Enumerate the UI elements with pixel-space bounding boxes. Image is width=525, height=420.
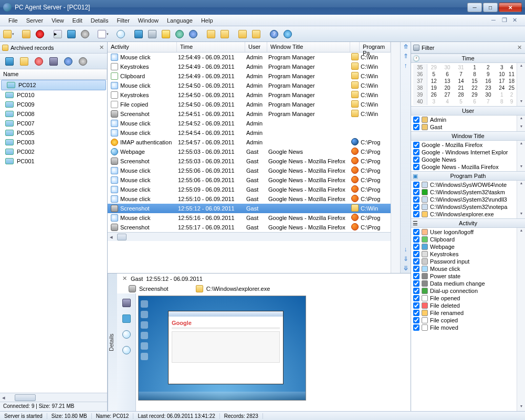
filter-item[interactable]: Dial-up connection (411, 287, 517, 295)
col-name[interactable]: Name (0, 69, 107, 79)
tb-folder2[interactable] (218, 28, 231, 40)
activity-row[interactable]: File copied12:54:50 - 06.09.2011AdminPro… (108, 100, 391, 109)
details-close[interactable]: ✕ (120, 275, 128, 282)
filter-item[interactable]: File deleted (411, 302, 517, 309)
activity-row[interactable]: Mouse click12:55:16 - 06.09.2011GastGoog… (108, 213, 391, 223)
tb-pause[interactable] (187, 28, 200, 40)
filter-item[interactable]: Google News - Mozilla Firefox (411, 163, 517, 171)
h-scrollbar[interactable]: ◂ (0, 393, 107, 402)
filter-item[interactable]: User logon/logoff (411, 228, 517, 236)
tb-filter[interactable] (146, 28, 159, 40)
filter-checkbox[interactable] (413, 189, 419, 195)
filter-item[interactable]: C:\Windows\System32\notepa (411, 203, 517, 211)
lt-settings[interactable] (77, 55, 89, 68)
filter-item[interactable]: Google - Mozilla Firefox (411, 141, 517, 149)
lt-pc[interactable] (3, 55, 16, 68)
filter-item[interactable]: File opened (411, 295, 517, 302)
filter-item[interactable]: Webpage (411, 243, 517, 250)
pc-item[interactable]: PC009 (0, 100, 107, 109)
tb-search[interactable] (114, 28, 127, 40)
filter-checkbox[interactable] (413, 317, 419, 323)
activity-row[interactable]: Keystrokes12:54:49 - 06.09.2011AdminProg… (108, 62, 391, 71)
lt-folder[interactable] (18, 55, 30, 68)
nav-down[interactable]: ↓ (404, 246, 407, 253)
tb-stop[interactable] (34, 28, 46, 40)
pc-item[interactable]: PC008 (0, 109, 107, 119)
filter-item[interactable]: C:\Windows\SysWOW64\note (411, 181, 517, 188)
dt-save[interactable] (120, 297, 133, 309)
activity-row[interactable]: Mouse click12:55:09 - 06.09.2011GastGoog… (108, 185, 391, 194)
filter-checkbox[interactable] (413, 196, 419, 203)
filter-item[interactable]: Google News (411, 156, 517, 163)
filter-item[interactable]: Gast (411, 123, 517, 131)
pc-item[interactable]: PC005 (0, 128, 107, 138)
filter-checkbox[interactable] (413, 295, 419, 301)
menu-filter[interactable]: Filter (112, 16, 133, 25)
tb-connect[interactable] (20, 28, 33, 40)
filter-checkbox[interactable] (413, 251, 419, 257)
filter-checkbox[interactable] (413, 310, 419, 316)
filter-item[interactable]: File renamed (411, 309, 517, 317)
menu-help[interactable]: Help (197, 16, 217, 25)
activity-row[interactable]: Mouse click12:54:52 - 06.09.2011Admin (108, 119, 391, 128)
filter-checkbox[interactable] (413, 258, 419, 265)
nav-last[interactable]: ⤋ (403, 265, 408, 272)
dt-zoomin[interactable] (120, 328, 133, 341)
tb-folder4[interactable] (250, 28, 262, 40)
activity-row[interactable]: Clipboard12:54:49 - 06.09.2011AdminProgr… (108, 71, 391, 81)
tb-help[interactable]: ? (268, 28, 280, 40)
mdi-restore[interactable]: ❐ (498, 15, 506, 25)
lt-refresh[interactable] (62, 55, 75, 68)
activity-row[interactable]: Mouse click12:55:06 - 06.09.2011GastGoog… (108, 166, 391, 175)
activity-row[interactable]: Mouse click12:54:49 - 06.09.2011AdminPro… (108, 52, 391, 62)
menu-view[interactable]: View (47, 16, 68, 25)
filter-item[interactable]: Password input (411, 258, 517, 265)
activity-row[interactable]: Mouse click12:55:10 - 06.09.2011GastGoog… (108, 194, 391, 204)
filter-checkbox[interactable] (413, 244, 419, 250)
filter-item[interactable]: Google - Windows Internet Explor (411, 149, 517, 156)
pc-item[interactable]: PC007 (0, 119, 107, 128)
filter-item[interactable]: File moved (411, 324, 517, 331)
menu-window[interactable]: Window (134, 16, 163, 25)
nav-first[interactable]: ⤊ (403, 43, 408, 50)
tb-folder1[interactable] (205, 28, 217, 40)
filter-checkbox[interactable] (413, 266, 419, 272)
tb-settings[interactable] (79, 28, 91, 40)
filter-item[interactable]: C:\Windows\System32\rundll3 (411, 196, 517, 203)
activity-row[interactable]: Mouse click12:54:54 - 06.09.2011Admin (108, 128, 391, 138)
menu-edit[interactable]: Edit (68, 16, 87, 25)
filter-item[interactable]: Data medium change (411, 280, 517, 287)
filter-checkbox[interactable] (413, 324, 419, 331)
activity-row[interactable]: Mouse click12:55:06 - 06.09.2011GastGoog… (108, 175, 391, 185)
lt-delete[interactable] (33, 55, 45, 68)
pc-item[interactable]: PC012 (1, 80, 106, 90)
lt-save[interactable] (47, 55, 60, 68)
menu-server[interactable]: Server (22, 16, 47, 25)
filter-checkbox[interactable] (413, 164, 419, 170)
maximize-button[interactable]: □ (483, 3, 498, 12)
dt-copy[interactable] (120, 312, 133, 325)
mdi-close[interactable]: ✕ (508, 15, 517, 25)
filter-checkbox[interactable] (413, 117, 419, 123)
mdi-minimize[interactable]: ─ (487, 15, 496, 25)
activity-row[interactable]: IMAP authentication12:54:57 - 06.09.2011… (108, 138, 391, 147)
filter-checkbox[interactable] (413, 204, 419, 210)
filter-checkbox[interactable] (413, 229, 419, 235)
activity-h-scroll[interactable]: ◂ (108, 232, 391, 241)
activity-row[interactable]: Keystrokes12:54:50 - 06.09.2011AdminProg… (108, 90, 391, 100)
filter-item[interactable]: C:\Windows\System32\taskm (411, 188, 517, 196)
tb-report[interactable] (97, 28, 109, 40)
filter-checkbox[interactable] (413, 156, 419, 163)
tb-monitor[interactable] (65, 28, 78, 40)
tb-warn[interactable] (160, 28, 172, 40)
dt-zoomout[interactable] (120, 344, 133, 356)
filter-checkbox[interactable] (413, 182, 419, 188)
tb-refresh[interactable] (173, 28, 186, 40)
screenshot-preview[interactable]: Google (136, 293, 411, 411)
nav-up[interactable]: ↑ (404, 62, 407, 69)
menu-language[interactable]: Language (163, 16, 197, 25)
filter-item[interactable]: Power state (411, 272, 517, 280)
menu-file[interactable]: File (4, 16, 22, 25)
pc-item[interactable]: PC002 (0, 147, 107, 156)
nav-up2[interactable]: ⇑ (403, 52, 408, 60)
